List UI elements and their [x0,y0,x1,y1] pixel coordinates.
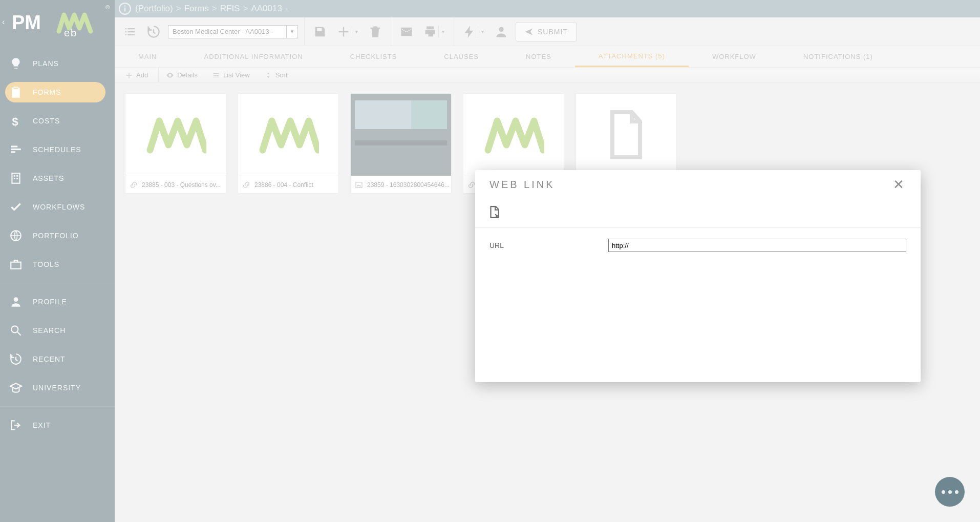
url-label: URL [489,241,608,249]
save-weblink-icon[interactable] [487,205,501,221]
dot-icon [948,490,952,494]
url-input[interactable] [608,239,906,252]
modal-title: WEB LINK [489,179,555,191]
dot-icon [942,490,945,494]
dot-icon [955,490,958,494]
fab-more-button[interactable] [935,477,965,507]
close-icon[interactable]: ✕ [893,177,906,193]
web-link-modal: WEB LINK ✕ URL [475,170,921,382]
